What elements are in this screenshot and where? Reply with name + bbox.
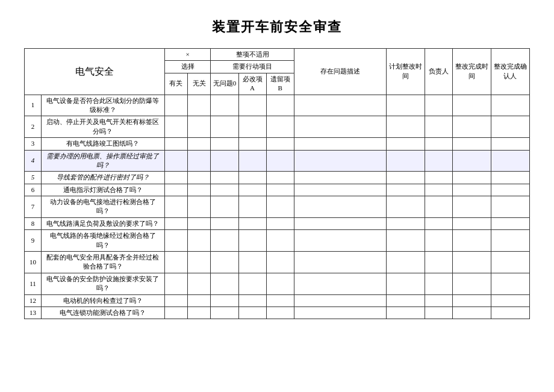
wenti-cell xyxy=(294,95,386,116)
zhengxiang-label: 整项不适用 xyxy=(211,49,294,61)
row-text: 电气线路满足负荷及敷设的要求了吗？ xyxy=(42,217,165,229)
header-row-1: 电气安全 × 整项不适用 存在问题描述 计划整改时间 负责人 整改完成时间 整改… xyxy=(25,49,530,61)
table-row italic-row: 5 导线套管的配件进行密封了吗？ xyxy=(25,172,530,184)
row-num: 1 xyxy=(25,95,42,116)
zhengwan-cell xyxy=(453,95,491,116)
table-row: 3 有电气线路竣工图纸吗？ xyxy=(25,138,530,150)
row-num: 7 xyxy=(25,196,42,218)
jihua-cell xyxy=(387,95,425,116)
bixiang-label: 必改项A xyxy=(238,73,266,95)
row-num: 2 xyxy=(25,116,42,138)
row-text: 通电指示灯测试合格了吗？ xyxy=(42,184,165,196)
wuguan-label: 无关 xyxy=(188,73,211,95)
section-title: 电气安全 xyxy=(25,49,165,95)
row-num: 13 xyxy=(25,306,42,319)
row-text: 电气连锁功能测试合格了吗？ xyxy=(42,306,165,319)
row-num: 9 xyxy=(25,230,42,252)
row-num: 8 xyxy=(25,217,42,229)
xuyao-label: 需要行动项目 xyxy=(211,61,294,73)
row-text: 电气线路的各项绝缘经过检测合格了吗？ xyxy=(42,230,165,252)
row-text: 导线套管的配件进行密封了吗？ xyxy=(42,172,165,184)
jihua-header: 计划整改时间 xyxy=(387,49,425,95)
youquan-cell xyxy=(164,95,187,116)
table-row: 9 电气线路的各项绝缘经过检测合格了吗？ xyxy=(25,230,530,252)
page-title: 装置开车前安全审查 xyxy=(24,18,530,36)
wuwenti-cell xyxy=(211,95,238,116)
liuliu-cell xyxy=(266,95,294,116)
table-row: 7 动力设备的电气接地进行检测合格了吗？ xyxy=(25,196,530,218)
main-table: 电气安全 × 整项不适用 存在问题描述 计划整改时间 负责人 整改完成时间 整改… xyxy=(24,48,530,319)
row-num: 11 xyxy=(25,273,42,294)
row-num: 10 xyxy=(25,252,42,273)
x-label: × xyxy=(164,49,211,61)
wuwenti-label: 无问题0 xyxy=(211,73,238,95)
bixiang-cell xyxy=(238,95,266,116)
fuze-cell xyxy=(425,95,452,116)
xuanze-label: 选择 xyxy=(164,61,211,73)
table-row: 8 电气线路满足负荷及敷设的要求了吗？ xyxy=(25,217,530,229)
row-text: 电气设备的安全防护设施按要求安装了吗？ xyxy=(42,273,165,294)
row-num: 6 xyxy=(25,184,42,196)
row-num: 3 xyxy=(25,138,42,150)
zhengwan-header: 整改完成时间 xyxy=(453,49,491,95)
row-num: 4 xyxy=(25,150,42,172)
row-num: 5 xyxy=(25,172,42,184)
row-text: 电动机的转向检查过了吗？ xyxy=(42,294,165,306)
table-row: 12 电动机的转向检查过了吗？ xyxy=(25,294,530,306)
table-row: 2 启动、停止开关及电气开关柜有标签区分吗？ xyxy=(25,116,530,138)
row-text: 动力设备的电气接地进行检测合格了吗？ xyxy=(42,196,165,218)
table-row: 13 电气连锁功能测试合格了吗？ xyxy=(25,306,530,319)
wenti-header: 存在问题描述 xyxy=(294,49,386,95)
row-num: 12 xyxy=(25,294,42,306)
table-row: 1 电气设备是否符合此区域划分的防爆等级标准？ xyxy=(25,95,530,116)
table-row: 10 配套的电气安全用具配备齐全并经过检验合格了吗？ xyxy=(25,252,530,273)
row-text: 需要办理的用电票、操作票经过审批了吗？ xyxy=(42,150,165,172)
wuguan-cell xyxy=(188,95,211,116)
table-row: 11 电气设备的安全防护设施按要求安装了吗？ xyxy=(25,273,530,294)
youquan-label: 有关 xyxy=(164,73,187,95)
fuze-header: 负责人 xyxy=(425,49,452,95)
table-row: 6 通电指示灯测试合格了吗？ xyxy=(25,184,530,196)
queren-header: 整改完成确认人 xyxy=(491,49,529,95)
row-text: 配套的电气安全用具配备齐全并经过检验合格了吗？ xyxy=(42,252,165,273)
queren-cell xyxy=(491,95,529,116)
table-row italic-row row-highlight: 4 需要办理的用电票、操作票经过审批了吗？ xyxy=(25,150,530,172)
row-text: 电气设备是否符合此区域划分的防爆等级标准？ xyxy=(42,95,165,116)
row-text: 有电气线路竣工图纸吗？ xyxy=(42,138,165,150)
liuliu-label: 遗留项B xyxy=(266,73,294,95)
row-text: 启动、停止开关及电气开关柜有标签区分吗？ xyxy=(42,116,165,138)
